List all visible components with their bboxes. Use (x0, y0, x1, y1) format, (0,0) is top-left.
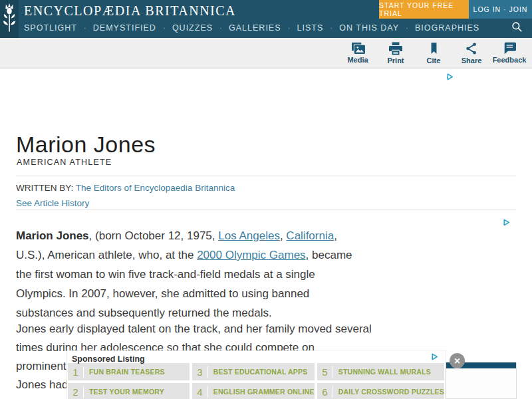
sponsored-grid: 1 FUN BRAIN TEASERS 2 TEST YOUR MEMORY 3… (66, 363, 446, 399)
item-number: 2 (68, 386, 84, 398)
search-icon[interactable] (511, 21, 524, 34)
item-number: 6 (317, 386, 333, 398)
sponsored-link-6[interactable]: 6 DAILY CROSSWORD PUZZLES (317, 383, 444, 399)
primary-nav: SPOTLIGHT · DEMYSTIFIED · QUIZZES · GALL… (24, 20, 479, 36)
item-label: TEST YOUR MEMORY (84, 388, 164, 396)
divider (16, 209, 516, 209)
article-link[interactable]: 2000 Olympic Games (197, 249, 305, 261)
media-label: Media (347, 56, 368, 64)
close-icon[interactable]: ✕ (450, 353, 465, 368)
nav-item-quizzes[interactable]: QUIZZES (172, 23, 213, 33)
free-trial-button[interactable]: START YOUR FREE TRIAL (379, 0, 469, 19)
print-icon (388, 42, 403, 55)
item-number: 1 (68, 366, 84, 378)
cite-label: Cite (427, 57, 441, 65)
nav-item-demystified[interactable]: DEMYSTIFIED (93, 23, 156, 33)
media-button[interactable]: Media (342, 42, 374, 64)
article-link[interactable]: Los Angeles (218, 229, 280, 242)
nav-separator: · (288, 23, 291, 33)
feedback-button[interactable]: Feedback (493, 42, 525, 64)
sponsored-link-2[interactable]: 2 TEST YOUR MEMORY (68, 383, 190, 399)
divider (16, 176, 516, 176)
sponsored-link-5[interactable]: 5 STUNNING WALL MURALS (317, 363, 444, 380)
thistle-icon (1, 1, 17, 38)
sponsored-title: Sponsored Listing (72, 354, 145, 364)
byline: WRITTEN BY: The Editors of Encyclopaedia… (16, 182, 235, 209)
share-button[interactable]: Share (456, 42, 487, 65)
paragraph-text: , (280, 229, 286, 242)
nav-item-lists[interactable]: LISTS (297, 23, 324, 33)
article-paragraph-1: Marion Jones, (born October 12, 1975, Lo… (16, 226, 354, 323)
nav-item-spotlight[interactable]: SPOTLIGHT (24, 23, 77, 33)
nav-separator: · (163, 23, 166, 33)
britannica-logo[interactable] (0, 0, 19, 38)
article-link[interactable]: California (286, 229, 334, 242)
site-header: ENCYCLOPÆDIA BRITANNICA START YOUR FREE … (0, 0, 532, 38)
sponsored-listing-ad: Sponsored Listing 1 FUN BRAIN TEASERS 2 … (66, 350, 446, 399)
item-number: 5 (317, 366, 333, 378)
nav-item-biographies[interactable]: BIOGRAPHIES (415, 23, 479, 33)
adchoices-icon[interactable] (502, 217, 511, 226)
login-join-button[interactable]: LOG IN · JOIN (469, 0, 532, 19)
item-number: 3 (192, 366, 208, 378)
share-label: Share (462, 57, 482, 65)
adchoices-icon[interactable] (430, 352, 439, 360)
media-icon (350, 42, 366, 55)
feedback-icon (503, 42, 517, 55)
item-label: FUN BRAIN TEASERS (84, 368, 165, 376)
sponsored-link-1[interactable]: 1 FUN BRAIN TEASERS (68, 363, 190, 380)
author-link[interactable]: The Editors of Encyclopaedia Britannica (76, 183, 235, 193)
nav-separator: · (219, 23, 222, 33)
nav-item-on-this-day[interactable]: ON THIS DAY (339, 23, 399, 33)
item-label: ENGLISH GRAMMER ONLINE (208, 388, 315, 396)
adchoices-icon[interactable] (446, 72, 454, 80)
paragraph-text: , (born October 12, 1975, (89, 229, 219, 242)
nav-separator: · (406, 23, 408, 33)
brand-wordmark[interactable]: ENCYCLOPÆDIA BRITANNICA (24, 3, 236, 19)
page-title: Marion Jones (16, 132, 156, 158)
sponsored-link-3[interactable]: 3 BEST EDUCATIONAL APPS (192, 363, 315, 380)
article-toolbar: Media Print Cite (0, 38, 532, 68)
cite-button[interactable]: Cite (418, 42, 450, 65)
bold-subject: Marion Jones (16, 229, 89, 242)
item-label: DAILY CROSSWORD PUZZLES (333, 388, 444, 396)
article-history-link[interactable]: See Article History (16, 198, 89, 208)
nav-separator: · (84, 23, 86, 33)
article-subtitle: AMERICAN ATHLETE (17, 158, 112, 167)
cite-icon (428, 42, 440, 55)
print-button[interactable]: Print (380, 42, 412, 65)
item-label: STUNNING WALL MURALS (333, 368, 431, 376)
nav-item-galleries[interactable]: GALLERIES (229, 23, 281, 33)
written-by-label: WRITTEN BY: (16, 183, 73, 193)
sponsored-link-4[interactable]: 4 ENGLISH GRAMMER ONLINE (192, 383, 315, 399)
print-label: Print (387, 57, 404, 65)
item-number: 4 (192, 386, 208, 398)
feedback-label: Feedback (493, 56, 527, 64)
item-label: BEST EDUCATIONAL APPS (208, 368, 308, 376)
share-icon (465, 42, 478, 55)
paragraph-line: Jones early displayed talent on the trac… (16, 320, 354, 338)
nav-separator: · (330, 23, 332, 33)
